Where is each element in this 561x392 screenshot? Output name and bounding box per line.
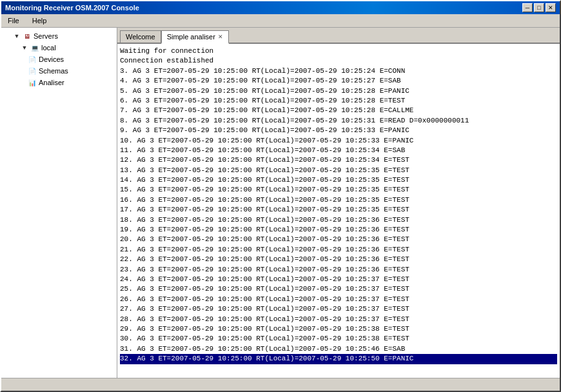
analiser-icon: 📊 — [27, 77, 37, 88]
console-line: 8. AG 3 ET=2007-05-29 10:25:00 RT(Local)… — [120, 116, 557, 126]
console-line: Connection established — [120, 56, 557, 66]
sidebar-item-analiser[interactable]: 📊 Analiser — [1, 77, 117, 88]
console-line: 9. AG 3 ET=2007-05-29 10:25:00 RT(Local)… — [120, 126, 557, 135]
window-controls: ─ □ ✕ — [522, 3, 556, 12]
tab-welcome[interactable]: Welcome — [120, 30, 161, 43]
console-line: 30. AG 3 ET=2007-05-29 10:25:00 RT(Local… — [120, 334, 557, 344]
menu-help[interactable]: Help — [28, 15, 51, 26]
sidebar: ▼ 🖥 Servers ▼ 💻 local 📄 Devices 📄 Schema… — [1, 28, 117, 378]
console-line: 26. AG 3 ET=2007-05-29 10:25:00 RT(Local… — [120, 295, 557, 304]
console-line: 14. AG 3 ET=2007-05-29 10:25:00 RT(Local… — [120, 175, 557, 185]
tab-welcome-label: Welcome — [126, 33, 155, 41]
console-output[interactable]: Waiting for connectionConnection establi… — [117, 44, 560, 378]
menu-file[interactable]: File — [4, 15, 23, 26]
console-line: 22. AG 3 ET=2007-05-29 10:25:00 RT(Local… — [120, 255, 557, 264]
tab-simple-analiser-label: Simple analiser — [167, 33, 215, 41]
servers-label: Servers — [34, 32, 58, 40]
tab-simple-analiser[interactable]: Simple analiser ✕ — [161, 30, 229, 44]
expand-icon-local: ▼ — [19, 43, 30, 53]
console-line: 12. AG 3 ET=2007-05-29 10:25:00 RT(Local… — [120, 155, 557, 165]
console-line: 23. AG 3 ET=2007-05-29 10:25:00 RT(Local… — [120, 265, 557, 275]
console-line: 25. AG 3 ET=2007-05-29 10:25:00 RT(Local… — [120, 284, 557, 294]
console-line: 18. AG 3 ET=2007-05-29 10:25:00 RT(Local… — [120, 215, 557, 225]
right-panel: Welcome Simple analiser ✕ Waiting for co… — [117, 28, 560, 378]
main-window: Monitoring Receiver OSM.2007 Console ─ □… — [0, 0, 561, 392]
status-bar — [1, 378, 560, 391]
local-label: local — [41, 44, 56, 52]
tab-close-icon[interactable]: ✕ — [218, 34, 223, 40]
devices-label: Devices — [39, 55, 64, 63]
maximize-button[interactable]: □ — [534, 3, 544, 12]
minimize-button[interactable]: ─ — [522, 3, 533, 12]
server-icon: 🖥 — [22, 31, 32, 41]
console-line: 4. AG 3 ET=2007-05-29 10:25:00 RT(Local)… — [120, 76, 557, 86]
console-line: 27. AG 3 ET=2007-05-29 10:25:00 RT(Local… — [120, 304, 557, 314]
main-content: ▼ 🖥 Servers ▼ 💻 local 📄 Devices 📄 Schema… — [1, 28, 560, 378]
console-line: 6. AG 3 ET=2007-05-29 10:25:00 RT(Local)… — [120, 96, 557, 106]
tab-bar: Welcome Simple analiser ✕ — [117, 28, 560, 44]
sidebar-item-servers[interactable]: ▼ 🖥 Servers — [1, 30, 117, 42]
sidebar-item-devices[interactable]: 📄 Devices — [1, 54, 117, 65]
schemas-icon: 📄 — [27, 66, 37, 76]
menu-bar: File Help — [1, 14, 560, 28]
console-line: 28. AG 3 ET=2007-05-29 10:25:00 RT(Local… — [120, 315, 557, 324]
console-line: Waiting for connection — [120, 46, 557, 56]
devices-icon: 📄 — [27, 54, 37, 64]
schemas-label: Schemas — [39, 67, 68, 75]
close-button[interactable]: ✕ — [546, 3, 556, 12]
console-line: 32. AG 3 ET=2007-05-29 10:25:00 RT(Local… — [120, 354, 557, 364]
analiser-label: Analiser — [39, 79, 64, 86]
console-line: 10. AG 3 ET=2007-05-29 10:25:00 RT(Local… — [120, 136, 557, 146]
console-line: 3. AG 3 ET=2007-05-29 10:25:00 RT(Local)… — [120, 66, 557, 76]
console-line: 24. AG 3 ET=2007-05-29 10:25:00 RT(Local… — [120, 275, 557, 284]
console-line: 15. AG 3 ET=2007-05-29 10:25:00 RT(Local… — [120, 185, 557, 195]
console-line: 11. AG 3 ET=2007-05-29 10:25:00 RT(Local… — [120, 146, 557, 155]
console-line: 17. AG 3 ET=2007-05-29 10:25:00 RT(Local… — [120, 205, 557, 215]
title-bar: Monitoring Receiver OSM.2007 Console ─ □… — [1, 1, 560, 14]
console-line: 5. AG 3 ET=2007-05-29 10:25:00 RT(Local)… — [120, 86, 557, 96]
console-line: 19. AG 3 ET=2007-05-29 10:25:00 RT(Local… — [120, 225, 557, 235]
console-line: 13. AG 3 ET=2007-05-29 10:25:00 RT(Local… — [120, 166, 557, 175]
console-line: 21. AG 3 ET=2007-05-29 10:25:00 RT(Local… — [120, 245, 557, 255]
console-line: 20. AG 3 ET=2007-05-29 10:25:00 RT(Local… — [120, 235, 557, 244]
console-line: 31. AG 3 ET=2007-05-29 10:25:00 RT(Local… — [120, 344, 557, 354]
expand-icon: ▼ — [12, 31, 22, 41]
console-line: 29. AG 3 ET=2007-05-29 10:25:00 RT(Local… — [120, 324, 557, 334]
window-title: Monitoring Receiver OSM.2007 Console — [5, 4, 139, 12]
sidebar-item-local[interactable]: ▼ 💻 local — [1, 42, 117, 54]
console-line: 7. AG 3 ET=2007-05-29 10:25:00 RT(Local)… — [120, 106, 557, 115]
sidebar-item-schemas[interactable]: 📄 Schemas — [1, 65, 117, 77]
computer-icon: 💻 — [30, 43, 40, 53]
console-line: 16. AG 3 ET=2007-05-29 10:25:00 RT(Local… — [120, 195, 557, 205]
